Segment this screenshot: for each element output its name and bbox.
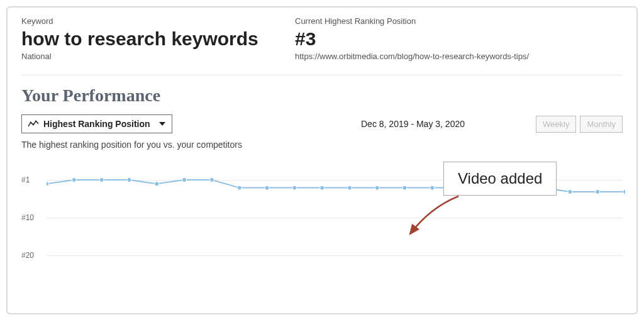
svg-point-12 xyxy=(237,186,242,190)
rank-label: Current Highest Ranking Position xyxy=(295,16,529,26)
svg-point-7 xyxy=(99,178,104,182)
svg-point-8 xyxy=(127,178,131,182)
svg-point-2 xyxy=(33,124,35,126)
keyword-scope: National xyxy=(21,52,270,61)
svg-point-25 xyxy=(596,189,600,194)
annotation-callout: Video added xyxy=(443,162,557,196)
svg-point-15 xyxy=(320,186,325,190)
svg-point-17 xyxy=(375,186,379,190)
svg-point-1 xyxy=(30,122,32,124)
line-chart-icon xyxy=(28,120,38,128)
keyword-label: Keyword xyxy=(21,16,270,26)
metric-dropdown-label: Highest Ranking Position xyxy=(43,119,150,129)
rank-url: https://www.orbitmedia.com/blog/how-to-r… xyxy=(295,52,529,61)
svg-point-11 xyxy=(209,178,214,182)
divider xyxy=(21,75,623,75)
svg-point-5 xyxy=(47,182,49,186)
controls-row: Highest Ranking Position Dec 8, 2019 - M… xyxy=(21,114,623,133)
svg-point-24 xyxy=(568,189,572,194)
svg-point-13 xyxy=(265,186,269,190)
y-tick-10: #10 xyxy=(21,213,34,222)
svg-point-14 xyxy=(292,186,297,190)
dashboard-panel: Keyword how to research keywords Nationa… xyxy=(6,6,638,314)
chart-subtitle: The highest ranking position for you vs.… xyxy=(21,140,623,150)
y-tick-1: #1 xyxy=(21,175,30,184)
header: Keyword how to research keywords Nationa… xyxy=(21,16,623,61)
chevron-down-icon xyxy=(159,122,165,126)
svg-point-19 xyxy=(430,186,435,190)
metric-dropdown[interactable]: Highest Ranking Position xyxy=(21,114,172,133)
svg-point-26 xyxy=(623,189,626,194)
y-tick-20: #20 xyxy=(21,251,34,260)
section-title: Your Performance xyxy=(21,86,623,106)
period-weekly-button[interactable]: Weekly xyxy=(536,116,576,133)
period-monthly-button[interactable]: Monthly xyxy=(580,116,623,133)
keyword-block: Keyword how to research keywords Nationa… xyxy=(21,16,270,61)
svg-point-6 xyxy=(72,178,76,182)
svg-point-10 xyxy=(182,178,187,182)
svg-point-18 xyxy=(402,186,407,190)
annotation-text: Video added xyxy=(458,170,542,187)
keyword-value: how to research keywords xyxy=(21,28,270,49)
date-range[interactable]: Dec 8, 2019 - May 3, 2020 xyxy=(361,119,465,129)
period-buttons: Weekly Monthly xyxy=(536,116,623,133)
svg-point-3 xyxy=(35,121,37,123)
rank-block: Current Highest Ranking Position #3 http… xyxy=(295,16,529,61)
rank-value: #3 xyxy=(295,28,529,49)
svg-point-9 xyxy=(155,182,159,186)
annotation-arrow-icon xyxy=(405,195,462,245)
svg-point-16 xyxy=(347,186,352,190)
